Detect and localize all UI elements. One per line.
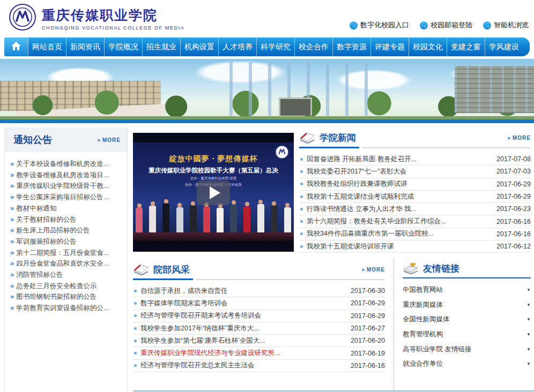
news-item[interactable]: 我校34件作品喜摘重庆市第一届职业院校... 2017-06-16 — [299, 228, 531, 240]
nav-item[interactable]: 学院概况 — [104, 37, 142, 56]
news-item-date: 2017-06-16 — [496, 230, 531, 238]
bullet-icon — [300, 183, 303, 185]
nav-item[interactable]: 网站首页 — [28, 37, 66, 56]
nav-item[interactable]: 科学研究 — [256, 37, 294, 56]
nav-item[interactable]: 机构设置 — [180, 37, 218, 56]
quick-link[interactable]: → 校园邮箱登陆 — [420, 20, 472, 30]
main-nav: 网站首页 新闻资讯 学院概况 招生就业 机构设置 人才培养 科学研究 校企合作 … — [4, 37, 530, 56]
nav-item[interactable]: 新闻资讯 — [66, 37, 104, 56]
notice-item-text: 重庆传媒职业学院校级骨干教... — [16, 182, 109, 190]
news-item[interactable]: 第十六期简报：教务处有关毕业阶段工作综合... 2017-06-16 — [299, 215, 531, 228]
news-item-date: 2017-06-16 — [496, 218, 531, 225]
notice-item[interactable]: »重庆传媒职业学院校级骨干教... — [10, 180, 124, 192]
double-arrow-icon: » — [10, 193, 14, 201]
nav-item[interactable]: 人才培养 — [218, 37, 256, 56]
department-item-date: 2017-06-16 — [351, 362, 385, 370]
notice-item[interactable]: »教材中标通知 — [10, 203, 124, 214]
notice-item[interactable]: »关于教材招标的公告 — [10, 214, 124, 225]
video-player[interactable]: 綻放中國夢・夢想傳媒杯 重庆传媒职业学院校园歌手大赛（第五届）总决 主办：重庆传… — [133, 133, 294, 252]
notice-item-text: 教学设备维修及机房改造项目... — [16, 171, 109, 179]
chevron-down-icon: ▼ — [526, 303, 531, 307]
notices-more-link[interactable]: » MORE — [97, 137, 121, 143]
department-item-text: 我校学生参加“第七届‘康养石柱杯’全国大... — [140, 336, 346, 345]
departments-more-link[interactable]: » MORE — [361, 267, 385, 273]
notices-header: 通知公告 » MORE — [5, 127, 127, 152]
news-item-text: 我校教务处组织行政兼课教师试讲 — [307, 179, 492, 189]
news-item[interactable]: 我校第十五期党课培训班开课 2017-06-12 — [299, 240, 531, 253]
notice-item[interactable]: »学生公寓床采购项目招标公告... — [10, 192, 124, 203]
link-dropdown[interactable]: 教育管理机构 ▼ — [403, 327, 531, 342]
nav-item[interactable]: 校园文化 — [409, 37, 447, 56]
bullet-icon — [134, 340, 137, 342]
nav-item[interactable]: 学风建设 — [485, 37, 523, 56]
department-item[interactable]: 我校学生参加2017年“纳德杯”重庆市大... 2017-06-27 — [133, 322, 385, 335]
bullet-icon — [134, 302, 137, 305]
quick-link[interactable]: → 智能机浏览 — [483, 20, 529, 30]
notice-item[interactable]: »四月份食堂食品和直饮水安全... — [10, 258, 124, 269]
double-arrow-icon: » — [10, 270, 14, 278]
nav-items: 网站首页 新闻资讯 学院概况 招生就业 机构设置 人才培养 科学研究 校企合作 … — [28, 37, 523, 56]
footer-divider — [133, 390, 534, 391]
department-item-date: 2017-06-27 — [351, 325, 385, 332]
notice-item[interactable]: »图书馆钢制书架招标的公告 — [10, 291, 124, 303]
news-title: 学院新闻 — [320, 132, 356, 144]
link-dropdown[interactable]: 全国性新闻媒体 ▼ — [403, 312, 531, 327]
home-button[interactable] — [4, 37, 28, 56]
notice-item-text: 学生公寓床采购项目招标公告... — [16, 193, 109, 201]
department-item-text: 自信源于承担，成功来自责任 — [140, 287, 346, 296]
play-button[interactable] — [197, 180, 230, 205]
notice-item-text: 教材中标通知 — [16, 205, 56, 212]
department-item[interactable]: 经济与管理学院召开党总支民主生活会 2017-06-16 — [133, 360, 385, 372]
news-item-date: 2017-06-29 — [496, 180, 531, 188]
notice-item[interactable]: »教学设备维修及机房改造项目... — [10, 170, 124, 181]
link-dropdown[interactable]: 高等职业学院 友情链接 ▼ — [403, 342, 531, 357]
department-item[interactable]: 重庆传媒职业学院现代经济与专业建设研究所... 2017-06-19 — [133, 347, 385, 359]
campus-building-right — [455, 66, 534, 113]
news-item[interactable]: 行路读书情通达 立事为人出才华 我... 2017-06-23 — [299, 203, 531, 215]
news-item[interactable]: 我校党委召开2017“七一”表彰大会 2017-07-03 — [299, 165, 531, 178]
news-more-link[interactable]: » MORE — [507, 135, 531, 141]
notice-item[interactable]: »学前教育实训室设备招标的公... — [10, 303, 124, 314]
notice-item[interactable]: »总务处三月份安全检查公示 — [10, 281, 124, 292]
notice-item[interactable]: »第十二期简报：五月份食堂食... — [10, 247, 124, 259]
department-item[interactable]: 我校学生参加“第七届‘康养石柱杯’全国大... 2017-06-20 — [133, 335, 385, 347]
notice-item[interactable]: »新生床上用品招标的公告 — [10, 225, 124, 236]
link-dropdown-label: 中国教育网站 — [403, 285, 443, 295]
nav-item[interactable]: 评建专题 — [370, 37, 409, 56]
notice-item[interactable]: »消防管招标公告 — [10, 269, 124, 281]
news-item[interactable]: 我校第十五期党课结业考试顺利完成 2017-06-29 — [299, 191, 531, 203]
news-list: 回首奋进路 开拓新局面 教务处召开... 2017-07-08 我校党委召开20… — [299, 153, 531, 253]
news-item-text: 我校第十五期党课培训班开课 — [307, 242, 492, 251]
quick-link[interactable]: → 数字化校园入口 — [350, 20, 409, 30]
arrow-circle-icon: → — [420, 21, 428, 29]
quick-link-label: 智能机浏览 — [494, 20, 529, 30]
video-banner-title: 綻放中國夢・夢想傳媒杯 — [133, 154, 294, 164]
departments-list: 自信源于承担，成功来自责任 2017-06-30 数字媒体学院期末监考培训会 2… — [133, 285, 385, 372]
nav-item[interactable]: 校企合作 — [294, 37, 332, 56]
notice-item-text: 关于教材招标的公告 — [16, 216, 77, 223]
nav-item[interactable]: 党建之窗 — [447, 37, 485, 56]
link-dropdown[interactable]: 中国教育网站 ▼ — [403, 283, 531, 298]
notices-list: »关于本校设备维修和机房改造... »教学设备维修及机房改造项目... »重庆传… — [5, 152, 127, 314]
open-book-icon — [133, 263, 149, 276]
college-emblem-icon — [9, 3, 36, 33]
news-item-text: 回首奋进路 开拓新局面 教务处召开... — [307, 155, 492, 164]
notice-item[interactable]: »关于本校设备维修和机房改造... — [10, 159, 124, 170]
link-dropdown[interactable]: 就业合作单位 ▼ — [403, 357, 531, 372]
department-item-date: 2017-06-19 — [351, 350, 385, 357]
video-letterbox — [133, 241, 294, 252]
department-item-text: 数字媒体学院期末监考培训会 — [140, 299, 346, 308]
nav-item[interactable]: 招生就业 — [142, 37, 180, 56]
notice-item-text: 新生床上用品招标的公告 — [16, 227, 90, 234]
bullet-icon — [134, 364, 137, 367]
department-item[interactable]: 数字媒体学院期末监考培训会 2017-06-29 — [133, 297, 385, 310]
department-item[interactable]: 经济与管理学院召开期末考试考务培训会 2017-06-29 — [133, 310, 385, 322]
nav-item[interactable]: 数字资源 — [332, 37, 370, 56]
news-item[interactable]: 我校教务处组织行政兼课教师试讲 2017-06-29 — [299, 178, 531, 191]
notice-item[interactable]: »军训服装招标的公告 — [10, 236, 124, 247]
link-dropdown[interactable]: 重庆新闻媒体 ▼ — [403, 298, 531, 313]
department-item[interactable]: 自信源于承担，成功来自责任 2017-06-30 — [133, 285, 385, 297]
more-label: MORE — [513, 135, 531, 141]
news-item[interactable]: 回首奋进路 开拓新局面 教务处召开... 2017-07-08 — [299, 153, 531, 165]
link-dropdown-label: 重庆新闻媒体 — [403, 300, 443, 310]
